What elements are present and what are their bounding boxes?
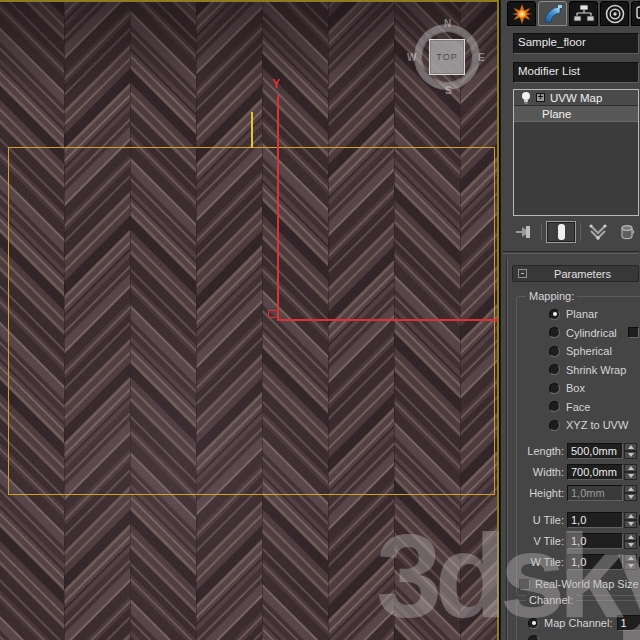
- expand-plus-icon[interactable]: +: [536, 93, 545, 102]
- mapping-group: Mapping: Planar Cylindrical Spherical: [516, 296, 640, 596]
- viewcube-north-label[interactable]: N: [444, 18, 451, 29]
- viewcube[interactable]: N S W E TOP: [411, 21, 483, 93]
- length-input[interactable]: 500,0mm: [567, 443, 623, 459]
- map-channel-row[interactable]: Map Channel: 1: [528, 615, 640, 631]
- active-viewport-border-top: [0, 0, 500, 2]
- length-label: Length:: [517, 445, 564, 457]
- length-spinner[interactable]: [624, 443, 637, 459]
- show-end-result-button[interactable]: [546, 221, 576, 243]
- face-radio[interactable]: [549, 401, 560, 412]
- collapse-icon[interactable]: -: [518, 269, 527, 278]
- v-tile-label: V Tile:: [517, 535, 564, 547]
- option-label: Spherical: [566, 345, 612, 357]
- pushpin-icon: [514, 223, 534, 241]
- u-tile-row: U Tile: 1,0: [517, 512, 640, 528]
- remove-modifier-button[interactable]: [615, 221, 639, 243]
- height-row: Height: 1,0mm: [517, 485, 640, 501]
- gizmo-x-axis-line[interactable]: [277, 319, 498, 321]
- modifier-list-dropdown[interactable]: Modifier List: [513, 62, 639, 83]
- stack-row-label: UVW Map: [550, 92, 602, 104]
- map-channel-radio[interactable]: [528, 618, 539, 629]
- option-planar[interactable]: Planar: [517, 307, 640, 321]
- width-row: Width: 700,0mm: [517, 464, 640, 480]
- stack-row-label: Plane: [542, 108, 571, 120]
- option-label: Face: [566, 401, 590, 413]
- option-spherical[interactable]: Spherical: [517, 344, 640, 358]
- w-tile-input[interactable]: 1,0: [567, 554, 623, 570]
- option-face[interactable]: Face: [517, 400, 640, 414]
- tab-motion[interactable]: [600, 1, 629, 26]
- map-channel-label: Map Channel:: [544, 617, 613, 629]
- viewport-top[interactable]: Y N S W E TOP: [0, 0, 500, 640]
- option-label: Box: [566, 382, 585, 394]
- planar-radio[interactable]: [549, 309, 560, 320]
- tab-create[interactable]: [507, 1, 536, 26]
- u-tile-input[interactable]: 1,0: [567, 512, 623, 528]
- width-input[interactable]: 700,0mm: [567, 464, 623, 480]
- spherical-radio[interactable]: [549, 346, 560, 357]
- vertex-color-radio[interactable]: [528, 635, 539, 640]
- parameters-rollout-header[interactable]: - Parameters: [512, 265, 639, 282]
- modify-arc-icon: [542, 3, 564, 25]
- viewcube-west-label[interactable]: W: [407, 52, 416, 63]
- modifier-enabled-bulb-icon[interactable]: [520, 91, 532, 105]
- create-sunburst-icon: [511, 3, 533, 25]
- hierarchy-tree-icon: [573, 3, 595, 25]
- option-label: Shrink Wrap: [566, 364, 626, 376]
- option-xyz-to-uvw[interactable]: XYZ to UVW: [517, 418, 640, 432]
- length-row: Length: 500,0mm: [517, 443, 640, 459]
- u-tile-spinner[interactable]: [624, 512, 637, 528]
- make-unique-button[interactable]: [585, 221, 611, 243]
- cap-checkbox[interactable]: [628, 327, 639, 338]
- height-spinner[interactable]: [624, 485, 637, 501]
- make-unique-icon: [587, 223, 609, 241]
- pin-stack-button[interactable]: [511, 221, 537, 243]
- w-tile-label: W Tile:: [517, 556, 564, 568]
- stack-row-uvw-map[interactable]: + UVW Map: [514, 90, 638, 106]
- object-name-field[interactable]: Sample_floor: [513, 33, 639, 54]
- next-row-clipped: [528, 635, 539, 640]
- tile-fields: U Tile: 1,0 V Tile: 1,0 W Tile: 1,0: [517, 512, 640, 570]
- box-radio[interactable]: [549, 383, 560, 394]
- gizmo-origin-marker: [268, 310, 276, 318]
- panel-separator: [503, 251, 639, 254]
- option-label: XYZ to UVW: [566, 419, 628, 431]
- option-label: Planar: [566, 308, 598, 320]
- viewcube-top-face[interactable]: TOP: [429, 39, 465, 75]
- gizmo-y-axis-line[interactable]: [277, 95, 279, 320]
- mapping-options: Planar Cylindrical Spherical Shrink Wrap: [517, 307, 640, 432]
- command-panel: Sample_floor Modifier List + UVW Map Pla…: [500, 0, 640, 640]
- width-spinner[interactable]: [624, 464, 637, 480]
- real-world-checkbox[interactable]: [519, 579, 530, 590]
- option-cylindrical[interactable]: Cylindrical: [517, 326, 640, 340]
- uvw-gizmo-rectangle[interactable]: [8, 147, 495, 495]
- w-tile-spinner[interactable]: [624, 554, 637, 570]
- viewcube-south-label[interactable]: S: [445, 85, 452, 96]
- channel-group: Channel: Map Channel: 1: [516, 600, 640, 640]
- tab-hierarchy[interactable]: [569, 1, 598, 26]
- cylindrical-radio[interactable]: [549, 327, 560, 338]
- xyz-to-uvw-radio[interactable]: [549, 420, 560, 431]
- stack-row-plane[interactable]: Plane: [514, 106, 638, 122]
- real-world-label: Real-World Map Size: [535, 578, 639, 590]
- option-box[interactable]: Box: [517, 381, 640, 395]
- map-channel-input[interactable]: 1: [617, 615, 640, 631]
- uvw-gizmo-orientation-tick: [251, 112, 253, 148]
- height-input: 1,0mm: [567, 485, 623, 501]
- tab-modify[interactable]: [538, 1, 567, 26]
- modifier-stack: + UVW Map Plane: [513, 89, 639, 216]
- dimension-fields: Length: 500,0mm Width: 700,0mm Height: 1…: [517, 443, 640, 501]
- v-tile-input[interactable]: 1,0: [567, 533, 623, 549]
- viewcube-east-label[interactable]: E: [478, 52, 485, 63]
- rollout-title: Parameters: [527, 268, 638, 280]
- toolbar-divider: [541, 223, 542, 241]
- v-tile-spinner[interactable]: [624, 533, 637, 549]
- width-label: Width:: [517, 466, 564, 478]
- trash-bin-icon: [617, 222, 637, 242]
- option-shrink-wrap[interactable]: Shrink Wrap: [517, 363, 640, 377]
- real-world-row[interactable]: Real-World Map Size: [519, 578, 639, 590]
- show-end-result-icon: [550, 222, 572, 242]
- w-tile-row: W Tile: 1,0: [517, 554, 640, 570]
- shrink-wrap-radio[interactable]: [549, 364, 560, 375]
- tab-display[interactable]: [631, 1, 640, 26]
